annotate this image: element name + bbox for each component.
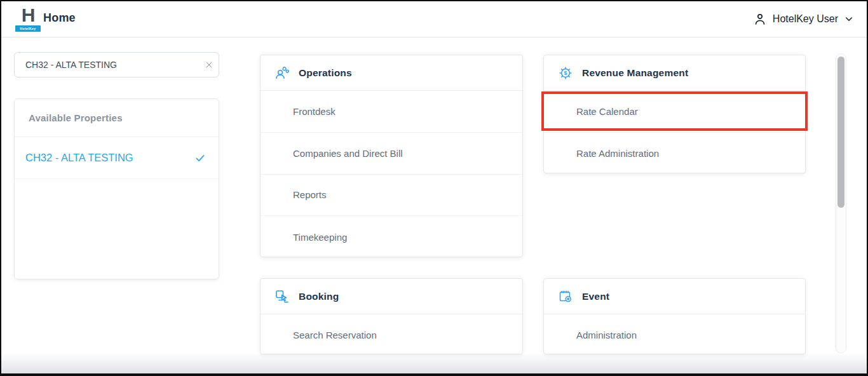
card-booking-header: Booking <box>261 279 522 314</box>
card-event-header: Event <box>544 279 805 314</box>
card-revenue-management: $ Revenue Management Rate Calendar Rate … <box>543 55 806 173</box>
clear-search-icon[interactable] <box>200 53 219 77</box>
app-window: H HotelKey Home HotelKey User <box>0 0 868 376</box>
logo-brand-label: HotelKey <box>15 25 41 32</box>
card-title: Booking <box>299 291 339 302</box>
user-name: HotelKey User <box>773 13 838 25</box>
logo-letter: H <box>15 5 41 25</box>
card-title: Operations <box>299 67 352 79</box>
chevron-down-icon <box>844 14 854 24</box>
menu-item-rate-calendar[interactable]: Rate Calendar <box>544 91 805 133</box>
available-properties-title: Available Properties <box>15 99 219 137</box>
card-title: Revenue Management <box>582 67 688 79</box>
user-menu[interactable]: HotelKey User <box>753 10 854 29</box>
menu-item-administration[interactable]: Administration <box>544 314 805 354</box>
menu-item-search-reservation[interactable]: Search Reservation <box>261 314 522 354</box>
event-icon <box>558 289 573 304</box>
card-booking: Booking Search Reservation <box>260 278 523 354</box>
available-properties-panel: Available Properties CH32 - ALTA TESTING <box>14 98 219 279</box>
menu-item-rate-administration[interactable]: Rate Administration <box>544 133 805 174</box>
scrollbar-thumb[interactable] <box>837 57 844 208</box>
card-title: Event <box>582 291 609 302</box>
svg-text:$: $ <box>564 70 567 76</box>
hotelkey-logo[interactable]: H HotelKey <box>15 5 41 32</box>
property-label: CH32 - ALTA TESTING <box>25 152 194 164</box>
menu-item-frontdesk[interactable]: Frontdesk <box>261 91 522 133</box>
operations-icon <box>275 65 290 81</box>
card-revenue-header: $ Revenue Management <box>544 55 805 91</box>
page-title: Home <box>43 11 76 25</box>
property-search-input[interactable] <box>15 60 200 70</box>
scrollbar-track[interactable] <box>836 53 846 353</box>
app-header: H HotelKey Home HotelKey User <box>1 1 867 37</box>
user-icon <box>753 12 767 26</box>
card-event: Event Administration <box>543 278 806 354</box>
property-list-item[interactable]: CH32 - ALTA TESTING <box>15 137 219 179</box>
property-search-box <box>14 52 219 77</box>
card-operations: Operations Frontdesk Companies and Direc… <box>260 55 523 257</box>
selected-check-icon <box>194 152 206 164</box>
card-operations-header: Operations <box>261 55 522 91</box>
booking-icon <box>275 289 290 304</box>
menu-item-reports[interactable]: Reports <box>261 175 522 217</box>
revenue-management-icon: $ <box>558 65 573 81</box>
bottom-fade <box>1 353 867 373</box>
menu-item-companies-direct-bill[interactable]: Companies and Direct Bill <box>261 133 522 175</box>
menu-item-timekeeping[interactable]: Timekeeping <box>261 216 522 257</box>
